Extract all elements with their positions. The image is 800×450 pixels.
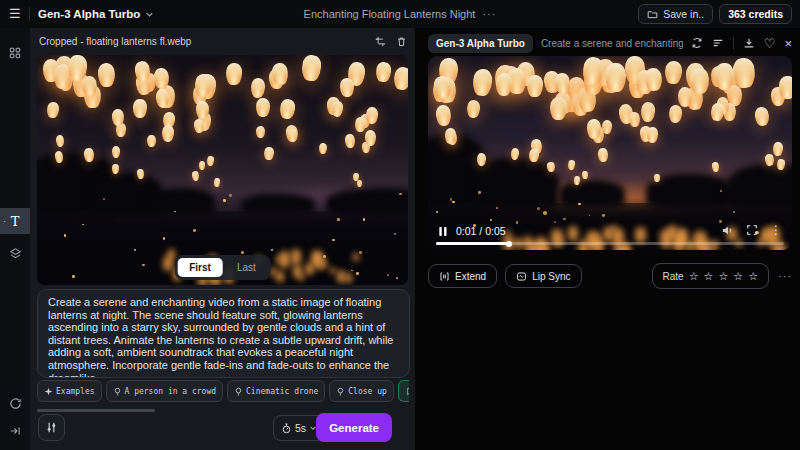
- prompt-textarea[interactable]: Create a serene and enchanting video fro…: [37, 289, 410, 378]
- prompt-suggestion-chips: Examples A person in a crowd Cinematic d…: [37, 380, 409, 402]
- progress-fill: [436, 242, 509, 245]
- lightbulb-icon: [336, 387, 345, 396]
- first-frame-button[interactable]: First: [177, 258, 223, 277]
- suggestion-chip-drone[interactable]: Cinematic drone: [227, 380, 325, 402]
- extend-label: Extend: [455, 271, 486, 282]
- sliders-icon: [45, 421, 58, 434]
- fullscreen-icon: [746, 224, 758, 236]
- layers-icon: [9, 247, 22, 260]
- prompt-preview: Create a serene and enchanting video fro…: [541, 38, 683, 49]
- sidebar-item-history[interactable]: [0, 390, 30, 416]
- extend-button[interactable]: Extend: [428, 264, 497, 288]
- save-icon: [405, 387, 409, 396]
- star-button-1[interactable]: ☆: [689, 271, 699, 282]
- sidebar-item-layers[interactable]: [0, 240, 30, 266]
- model-selector[interactable]: Gen-3 Alpha Turbo: [38, 0, 154, 28]
- examples-chip[interactable]: Examples: [37, 380, 102, 402]
- close-button[interactable]: ×: [784, 36, 792, 51]
- generation-settings-button[interactable]: [38, 414, 65, 441]
- document-title-group: Enchanting Floating Lanterns Night ···: [304, 0, 497, 28]
- time-display: 0:01 / 0:05: [456, 225, 506, 237]
- model-badge[interactable]: Gen-3 Alpha Turbo: [428, 34, 533, 53]
- volume-icon: [721, 224, 734, 237]
- heart-icon: ♡: [764, 36, 776, 51]
- generation-actions: ♡ ×: [691, 36, 792, 51]
- chip-label: Cinematic drone: [246, 387, 318, 396]
- save-in-label: Save in..: [663, 8, 704, 20]
- progress-bar[interactable]: [436, 242, 784, 245]
- sidebar-item-text-tool[interactable]: · T: [0, 208, 30, 234]
- prompt-details-button[interactable]: [712, 37, 724, 49]
- hamburger-menu-button[interactable]: ☰: [9, 6, 21, 22]
- generation-header: Gen-3 Alpha Turbo Create a serene and en…: [428, 32, 792, 54]
- last-frame-button[interactable]: Last: [225, 258, 268, 277]
- generation-panel: Gen-3 Alpha Turbo Create a serene and en…: [425, 28, 800, 450]
- volume-button[interactable]: [721, 224, 734, 237]
- crop-icon: [375, 36, 386, 47]
- list-icon: [712, 37, 724, 49]
- divider: [733, 37, 734, 49]
- suggestion-chip-closeup[interactable]: Close up: [329, 380, 394, 402]
- lip-sync-label: Lip Sync: [532, 271, 570, 282]
- chevron-down-icon: [145, 10, 154, 19]
- lip-sync-icon: [516, 271, 527, 282]
- fullscreen-button[interactable]: [746, 224, 758, 236]
- regenerate-button[interactable]: [691, 37, 703, 49]
- sidebar-item-dashboard[interactable]: [0, 40, 30, 66]
- generated-video-surface[interactable]: [428, 56, 792, 250]
- folder-icon: [647, 9, 658, 20]
- crop-button[interactable]: [375, 36, 386, 47]
- keyframe-toggle: First Last: [174, 255, 271, 280]
- star-button-2[interactable]: ☆: [704, 271, 714, 282]
- save-in-button[interactable]: Save in..: [638, 4, 713, 24]
- delete-button[interactable]: [396, 36, 407, 47]
- trash-icon: [396, 36, 407, 47]
- credits-label: 363 credits: [728, 8, 783, 20]
- refresh-icon: [691, 37, 703, 49]
- credits-button[interactable]: 363 credits: [719, 4, 792, 24]
- composer-panel: Cropped - floating lanterns fl.webp Firs…: [30, 28, 415, 450]
- hamburger-icon: ☰: [9, 6, 21, 22]
- suggestion-chip-crowd[interactable]: A person in a crowd: [106, 380, 224, 402]
- tool-sidebar: · T: [0, 28, 31, 450]
- star-button-3[interactable]: ☆: [718, 271, 728, 282]
- playhead[interactable]: [506, 241, 512, 247]
- star-button-4[interactable]: ☆: [733, 271, 743, 282]
- lip-sync-button[interactable]: Lip Sync: [505, 264, 581, 288]
- collapse-panel-icon: [9, 425, 21, 437]
- favorite-button[interactable]: ♡: [764, 36, 776, 51]
- duration-label: 5s: [295, 422, 306, 434]
- more-options-button[interactable]: ···: [778, 270, 792, 282]
- asset-tools: [375, 28, 407, 54]
- model-selector-label: Gen-3 Alpha Turbo: [38, 8, 140, 20]
- star-button-5[interactable]: ☆: [748, 271, 758, 282]
- player-menu-button[interactable]: ⋮: [770, 223, 782, 237]
- composer-bottom-bar: 5s Generate: [30, 406, 415, 450]
- extend-icon: [439, 271, 450, 282]
- history-icon: [9, 397, 22, 410]
- sidebar-collapse-button[interactable]: [0, 418, 30, 444]
- pause-button[interactable]: [438, 226, 448, 237]
- chip-label: A person in a crowd: [125, 387, 217, 396]
- generation-footer: Extend Lip Sync Rate ☆ ☆ ☆ ☆ ☆ ···: [428, 264, 792, 288]
- examples-icon: [44, 387, 53, 396]
- grid-icon: [9, 47, 21, 59]
- topbar-actions: Save in.. 363 credits: [638, 4, 792, 24]
- active-dot: ·: [3, 219, 6, 223]
- close-icon: ×: [784, 36, 792, 51]
- document-title-more-button[interactable]: ···: [482, 8, 496, 20]
- stopwatch-icon: [281, 423, 292, 434]
- rate-label: Rate: [663, 271, 684, 282]
- divider: [29, 7, 30, 21]
- asset-title: Cropped - floating lanterns fl.webp: [39, 36, 191, 47]
- generate-button[interactable]: Generate: [316, 413, 392, 442]
- document-title: Enchanting Floating Lanterns Night: [304, 8, 476, 20]
- app-root: ☰ Gen-3 Alpha Turbo Enchanting Floating …: [0, 0, 800, 450]
- lightbulb-icon: [113, 387, 122, 396]
- rate-widget: Rate ☆ ☆ ☆ ☆ ☆: [652, 263, 770, 289]
- asset-header: Cropped - floating lanterns fl.webp: [30, 28, 415, 54]
- chip-label: Close up: [348, 387, 387, 396]
- save-prompt-chip[interactable]: Save: [398, 380, 409, 402]
- chip-label: Examples: [56, 387, 95, 396]
- download-button[interactable]: [743, 37, 755, 49]
